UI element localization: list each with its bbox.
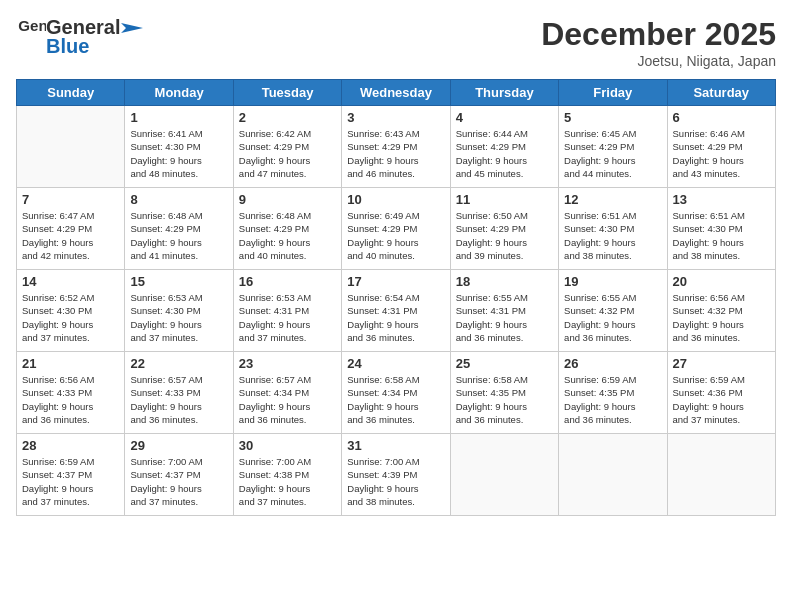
month-title: December 2025 — [541, 16, 776, 53]
day-cell: 10Sunrise: 6:49 AMSunset: 4:29 PMDayligh… — [342, 188, 450, 270]
svg-marker-1 — [121, 23, 143, 33]
calendar-table: SundayMondayTuesdayWednesdayThursdayFrid… — [16, 79, 776, 516]
day-info: Sunrise: 6:48 AMSunset: 4:29 PMDaylight:… — [130, 209, 227, 262]
day-info: Sunrise: 6:58 AMSunset: 4:35 PMDaylight:… — [456, 373, 553, 426]
day-cell: 9Sunrise: 6:48 AMSunset: 4:29 PMDaylight… — [233, 188, 341, 270]
day-number: 17 — [347, 274, 444, 289]
day-cell: 16Sunrise: 6:53 AMSunset: 4:31 PMDayligh… — [233, 270, 341, 352]
day-info: Sunrise: 6:49 AMSunset: 4:29 PMDaylight:… — [347, 209, 444, 262]
day-number: 19 — [564, 274, 661, 289]
day-info: Sunrise: 6:59 AMSunset: 4:37 PMDaylight:… — [22, 455, 119, 508]
day-info: Sunrise: 6:42 AMSunset: 4:29 PMDaylight:… — [239, 127, 336, 180]
day-cell: 7Sunrise: 6:47 AMSunset: 4:29 PMDaylight… — [17, 188, 125, 270]
day-number: 11 — [456, 192, 553, 207]
day-info: Sunrise: 7:00 AMSunset: 4:38 PMDaylight:… — [239, 455, 336, 508]
day-info: Sunrise: 6:57 AMSunset: 4:33 PMDaylight:… — [130, 373, 227, 426]
day-cell: 11Sunrise: 6:50 AMSunset: 4:29 PMDayligh… — [450, 188, 558, 270]
weekday-saturday: Saturday — [667, 80, 775, 106]
day-info: Sunrise: 6:55 AMSunset: 4:32 PMDaylight:… — [564, 291, 661, 344]
day-cell: 27Sunrise: 6:59 AMSunset: 4:36 PMDayligh… — [667, 352, 775, 434]
day-number: 7 — [22, 192, 119, 207]
day-cell: 19Sunrise: 6:55 AMSunset: 4:32 PMDayligh… — [559, 270, 667, 352]
day-cell: 23Sunrise: 6:57 AMSunset: 4:34 PMDayligh… — [233, 352, 341, 434]
day-number: 2 — [239, 110, 336, 125]
day-info: Sunrise: 6:51 AMSunset: 4:30 PMDaylight:… — [673, 209, 770, 262]
day-cell: 14Sunrise: 6:52 AMSunset: 4:30 PMDayligh… — [17, 270, 125, 352]
svg-text:General: General — [18, 17, 46, 34]
day-number: 10 — [347, 192, 444, 207]
day-cell: 30Sunrise: 7:00 AMSunset: 4:38 PMDayligh… — [233, 434, 341, 516]
day-number: 18 — [456, 274, 553, 289]
title-section: December 2025 Joetsu, Niigata, Japan — [541, 16, 776, 69]
logo-icon: General — [18, 16, 46, 38]
weekday-sunday: Sunday — [17, 80, 125, 106]
day-number: 15 — [130, 274, 227, 289]
day-info: Sunrise: 6:50 AMSunset: 4:29 PMDaylight:… — [456, 209, 553, 262]
day-number: 21 — [22, 356, 119, 371]
day-number: 14 — [22, 274, 119, 289]
day-cell: 5Sunrise: 6:45 AMSunset: 4:29 PMDaylight… — [559, 106, 667, 188]
logo-bird-icon — [121, 19, 143, 37]
day-cell: 28Sunrise: 6:59 AMSunset: 4:37 PMDayligh… — [17, 434, 125, 516]
day-number: 13 — [673, 192, 770, 207]
day-info: Sunrise: 6:51 AMSunset: 4:30 PMDaylight:… — [564, 209, 661, 262]
day-number: 30 — [239, 438, 336, 453]
day-cell: 12Sunrise: 6:51 AMSunset: 4:30 PMDayligh… — [559, 188, 667, 270]
logo-blue: Blue — [46, 35, 89, 58]
day-number: 26 — [564, 356, 661, 371]
weekday-friday: Friday — [559, 80, 667, 106]
day-number: 20 — [673, 274, 770, 289]
day-info: Sunrise: 6:48 AMSunset: 4:29 PMDaylight:… — [239, 209, 336, 262]
week-row-1: 1Sunrise: 6:41 AMSunset: 4:30 PMDaylight… — [17, 106, 776, 188]
day-info: Sunrise: 6:53 AMSunset: 4:30 PMDaylight:… — [130, 291, 227, 344]
week-row-2: 7Sunrise: 6:47 AMSunset: 4:29 PMDaylight… — [17, 188, 776, 270]
day-number: 22 — [130, 356, 227, 371]
day-cell: 22Sunrise: 6:57 AMSunset: 4:33 PMDayligh… — [125, 352, 233, 434]
day-info: Sunrise: 6:46 AMSunset: 4:29 PMDaylight:… — [673, 127, 770, 180]
day-cell: 29Sunrise: 7:00 AMSunset: 4:37 PMDayligh… — [125, 434, 233, 516]
location: Joetsu, Niigata, Japan — [541, 53, 776, 69]
day-info: Sunrise: 6:55 AMSunset: 4:31 PMDaylight:… — [456, 291, 553, 344]
day-number: 25 — [456, 356, 553, 371]
day-number: 31 — [347, 438, 444, 453]
day-cell: 1Sunrise: 6:41 AMSunset: 4:30 PMDaylight… — [125, 106, 233, 188]
day-cell: 25Sunrise: 6:58 AMSunset: 4:35 PMDayligh… — [450, 352, 558, 434]
weekday-tuesday: Tuesday — [233, 80, 341, 106]
day-info: Sunrise: 6:56 AMSunset: 4:33 PMDaylight:… — [22, 373, 119, 426]
day-number: 9 — [239, 192, 336, 207]
calendar-container: General General Blue December 2025 Joets… — [0, 0, 792, 612]
day-cell: 24Sunrise: 6:58 AMSunset: 4:34 PMDayligh… — [342, 352, 450, 434]
day-info: Sunrise: 7:00 AMSunset: 4:37 PMDaylight:… — [130, 455, 227, 508]
day-info: Sunrise: 6:57 AMSunset: 4:34 PMDaylight:… — [239, 373, 336, 426]
day-cell: 3Sunrise: 6:43 AMSunset: 4:29 PMDaylight… — [342, 106, 450, 188]
day-number: 24 — [347, 356, 444, 371]
day-info: Sunrise: 6:44 AMSunset: 4:29 PMDaylight:… — [456, 127, 553, 180]
logo: General — [16, 16, 46, 38]
day-cell: 31Sunrise: 7:00 AMSunset: 4:39 PMDayligh… — [342, 434, 450, 516]
day-number: 1 — [130, 110, 227, 125]
day-number: 27 — [673, 356, 770, 371]
day-number: 3 — [347, 110, 444, 125]
day-cell: 17Sunrise: 6:54 AMSunset: 4:31 PMDayligh… — [342, 270, 450, 352]
day-cell — [667, 434, 775, 516]
day-info: Sunrise: 6:58 AMSunset: 4:34 PMDaylight:… — [347, 373, 444, 426]
weekday-thursday: Thursday — [450, 80, 558, 106]
day-number: 12 — [564, 192, 661, 207]
weekday-header-row: SundayMondayTuesdayWednesdayThursdayFrid… — [17, 80, 776, 106]
week-row-3: 14Sunrise: 6:52 AMSunset: 4:30 PMDayligh… — [17, 270, 776, 352]
day-number: 28 — [22, 438, 119, 453]
day-info: Sunrise: 6:41 AMSunset: 4:30 PMDaylight:… — [130, 127, 227, 180]
day-number: 16 — [239, 274, 336, 289]
week-row-4: 21Sunrise: 6:56 AMSunset: 4:33 PMDayligh… — [17, 352, 776, 434]
day-cell: 26Sunrise: 6:59 AMSunset: 4:35 PMDayligh… — [559, 352, 667, 434]
day-info: Sunrise: 6:54 AMSunset: 4:31 PMDaylight:… — [347, 291, 444, 344]
day-cell: 8Sunrise: 6:48 AMSunset: 4:29 PMDaylight… — [125, 188, 233, 270]
day-info: Sunrise: 6:59 AMSunset: 4:36 PMDaylight:… — [673, 373, 770, 426]
day-info: Sunrise: 6:43 AMSunset: 4:29 PMDaylight:… — [347, 127, 444, 180]
day-cell: 15Sunrise: 6:53 AMSunset: 4:30 PMDayligh… — [125, 270, 233, 352]
week-row-5: 28Sunrise: 6:59 AMSunset: 4:37 PMDayligh… — [17, 434, 776, 516]
day-number: 29 — [130, 438, 227, 453]
day-info: Sunrise: 6:47 AMSunset: 4:29 PMDaylight:… — [22, 209, 119, 262]
day-cell: 4Sunrise: 6:44 AMSunset: 4:29 PMDaylight… — [450, 106, 558, 188]
day-info: Sunrise: 6:53 AMSunset: 4:31 PMDaylight:… — [239, 291, 336, 344]
